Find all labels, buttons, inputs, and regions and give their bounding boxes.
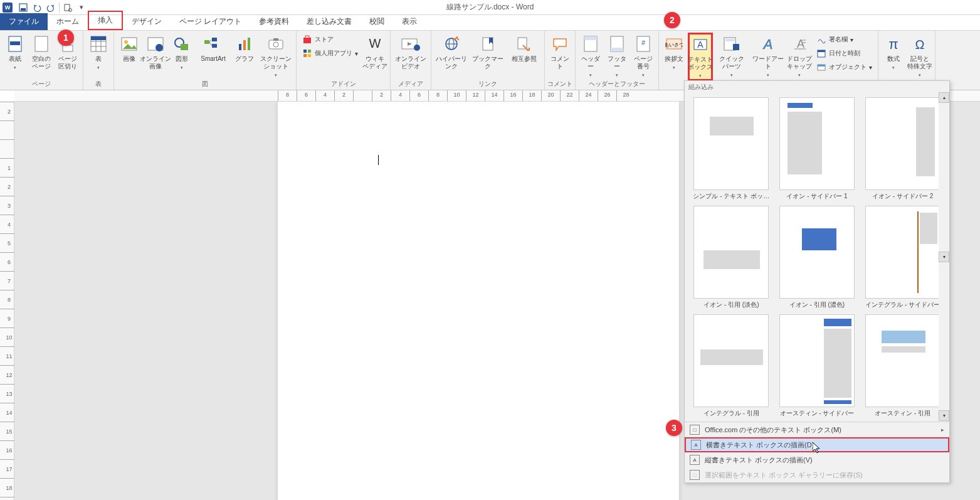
shapes-button[interactable]: 図形 — [169, 33, 194, 72]
tab-design[interactable]: デザイン — [123, 13, 171, 30]
table-button[interactable]: 表 — [86, 33, 111, 72]
redo-button[interactable] — [44, 1, 58, 14]
header-button[interactable]: ヘッダー — [578, 33, 603, 80]
gallery-item[interactable]: オースティン - 引用 — [862, 314, 943, 418]
footer-button[interactable]: フッター — [604, 33, 630, 80]
cover-page-button[interactable]: 表紙 — [3, 33, 28, 72]
gallery-item[interactable]: シンプル - テキスト ボッ… — [691, 97, 772, 201]
gallery-item[interactable]: イオン - 引用 (淡色) — [691, 206, 772, 309]
undo-button[interactable] — [30, 1, 44, 14]
gallery-item[interactable]: イオン - 引用 (濃色) — [777, 206, 858, 309]
gallery-scroll-more[interactable]: ▾ — [939, 410, 949, 421]
group-comments-label: コメント — [547, 80, 572, 90]
textbox-h-icon: A — [691, 440, 701, 450]
tab-home[interactable]: ホーム — [48, 13, 88, 30]
tab-insert[interactable]: 挿入 — [88, 11, 123, 30]
gallery-thumb — [693, 206, 769, 299]
chart-button[interactable]: グラフ — [232, 33, 257, 64]
svg-rect-56 — [725, 39, 734, 41]
draw-vertical-textbox-button[interactable]: A縦書きテキスト ボックスの描画(V) — [685, 452, 949, 467]
tab-layout[interactable]: ページ レイアウト — [171, 13, 250, 30]
page-number-button[interactable]: #ページ 番号 — [631, 33, 656, 80]
myapps-button[interactable]: 個人用アプリ ▾ — [299, 46, 361, 60]
gallery-item[interactable]: インテグラル - サイドバー — [862, 206, 943, 309]
save-button[interactable] — [16, 1, 30, 14]
smartart-button[interactable]: SmartArt — [196, 33, 231, 64]
gallery-item[interactable]: イオン - サイドバー 2 — [862, 97, 943, 201]
print-preview-button[interactable] — [61, 1, 75, 14]
svg-rect-14 — [91, 36, 106, 40]
group-pages-label: ページ — [3, 80, 80, 90]
svg-rect-20 — [181, 44, 188, 50]
vertical-ruler[interactable]: 212345678910111213141516171819 — [0, 102, 14, 500]
quick-parts-button[interactable]: クイック パーツ — [714, 33, 749, 80]
svg-text:A: A — [797, 38, 804, 50]
gallery-header: 組み込み — [685, 81, 949, 93]
gallery-caption: イオン - サイドバー 1 — [786, 192, 847, 201]
document-page[interactable] — [278, 102, 679, 500]
svg-text:#: # — [641, 39, 646, 46]
screenshot-button[interactable]: スクリーン ショット — [258, 33, 293, 80]
tab-review[interactable]: 校閲 — [361, 13, 393, 30]
svg-point-39 — [414, 45, 420, 51]
equation-button[interactable]: π数式 — [881, 33, 906, 72]
tab-file[interactable]: ファイル — [0, 13, 48, 30]
svg-rect-34 — [308, 50, 311, 53]
dropcap-button[interactable]: Aドロップ キャップ — [787, 33, 812, 80]
gallery-scrollbar[interactable]: ▴ ▾ ▾ — [939, 92, 949, 421]
word-app-icon: W — [3, 3, 13, 13]
tab-references[interactable]: 参考資料 — [250, 13, 298, 30]
gallery-caption: オースティン - サイドバー — [780, 409, 855, 418]
svg-rect-26 — [239, 44, 241, 50]
gallery-caption: イオン - 引用 (濃色) — [789, 301, 845, 309]
svg-text:π: π — [888, 36, 898, 51]
wikipedia-button[interactable]: Wウィキ ペディア — [362, 33, 387, 72]
gallery-item[interactable]: インテグラル - 引用 — [691, 314, 772, 418]
comment-button[interactable]: コメント — [547, 33, 572, 72]
symbol-button[interactable]: Ω記号と 特殊文字 — [907, 33, 932, 80]
gallery-scroll-down[interactable]: ▾ — [939, 252, 949, 262]
more-from-office-button[interactable]: □Office.com のその他のテキスト ボックス(M)▸ — [685, 422, 949, 437]
gallery-caption: シンプル - テキスト ボッ… — [693, 192, 769, 201]
gallery-caption: イオン - サイドバー 2 — [872, 192, 933, 201]
online-pictures-button[interactable]: オンライン 画像 — [143, 33, 168, 72]
svg-rect-46 — [584, 36, 597, 40]
gallery-item[interactable]: イオン - サイドバー 1 — [777, 97, 858, 201]
gallery-caption: オースティン - 引用 — [875, 409, 930, 418]
datetime-button[interactable]: 日付と時刻 — [813, 46, 875, 60]
svg-point-18 — [155, 44, 163, 51]
online-video-button[interactable]: オンライン ビデオ — [393, 33, 428, 72]
object-button[interactable]: オブジェクト ▾ — [813, 60, 875, 74]
tab-view[interactable]: 表示 — [393, 13, 426, 30]
svg-rect-64 — [818, 50, 825, 52]
svg-text:A: A — [697, 40, 703, 50]
group-links-label: リンク — [434, 80, 542, 90]
gallery-thumb — [779, 314, 855, 407]
cross-reference-button[interactable]: 相互参照 — [507, 33, 542, 64]
svg-text:W: W — [369, 36, 381, 50]
hyperlink-button[interactable]: ハイパーリンク — [434, 33, 469, 72]
save-selection-button: □選択範囲をテキスト ボックス ギャラリーに保存(S) — [685, 467, 949, 482]
qat-customize-button[interactable]: ▾ — [75, 1, 88, 14]
pictures-button[interactable]: 画像 — [117, 33, 142, 64]
gallery-caption: インテグラル - 引用 — [703, 409, 759, 418]
svg-rect-66 — [818, 65, 825, 66]
wordart-button[interactable]: Aワードアート — [751, 33, 786, 80]
group-links: ハイパーリンク ブックマーク 相互参照 リンク — [431, 31, 545, 90]
mouse-cursor — [813, 442, 821, 454]
svg-rect-35 — [303, 54, 307, 57]
blank-page-button[interactable]: 空白の ページ — [29, 33, 54, 72]
bookmark-button[interactable]: ブックマーク — [470, 33, 505, 72]
store-button[interactable]: ストア — [299, 33, 361, 46]
svg-text:Ω: Ω — [915, 38, 925, 51]
textbox-button[interactable]: Aテキスト ボックス — [688, 33, 713, 81]
gallery-item[interactable]: オースティン - サイドバー — [777, 314, 858, 418]
signature-button[interactable]: 署名欄 ▾ — [813, 33, 875, 46]
gallery-caption: イオン - 引用 (淡色) — [703, 301, 759, 309]
tab-mailings[interactable]: 差し込み文書 — [298, 13, 361, 30]
group-illustrations-label: 図 — [117, 80, 293, 90]
svg-rect-27 — [243, 40, 246, 50]
document-title: 線路サンプル.docx - Word — [446, 2, 534, 13]
greeting-button[interactable]: あいさつ挨拶文 — [661, 33, 687, 72]
gallery-scroll-up[interactable]: ▴ — [939, 92, 949, 103]
